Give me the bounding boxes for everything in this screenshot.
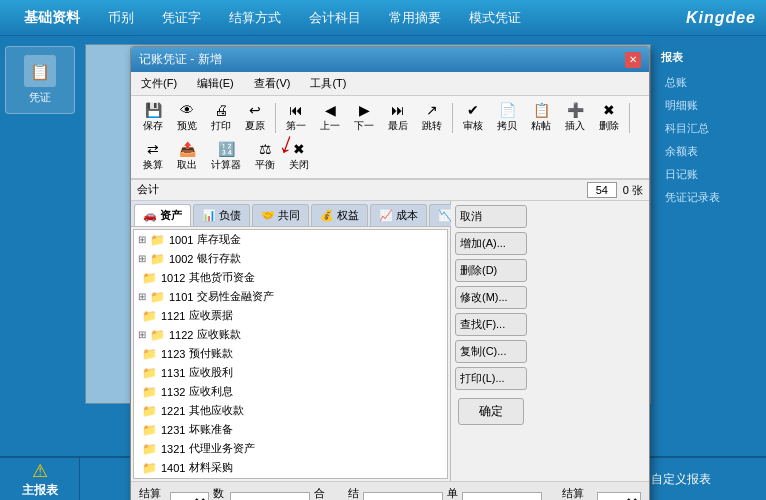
tree-row[interactable]: 📁 1121 应收票据 [134,306,447,325]
tree-row[interactable]: 📁 1131 应收股利 [134,363,447,382]
menu-jiesuan[interactable]: 结算方式 [215,5,295,31]
toolbar-save[interactable]: 💾 保存 [137,99,169,136]
sidebar-voucher-btn[interactable]: 📋 凭证 [5,46,75,114]
right-report-panel: 报表 总账 明细账 科目汇总 余额表 日记账 凭证记录表 [656,36,766,456]
menu-pzhengzi[interactable]: 凭证字 [148,5,215,31]
shuliang-input[interactable] [230,492,310,500]
folder-icon: 📁 [142,347,157,361]
toolbar-preview[interactable]: 👁 预览 [171,99,203,136]
btn-modify[interactable]: 修改(M)... [455,286,527,309]
audit-icon: ✔ [467,102,479,118]
toolbar-calculator[interactable]: 🔢 计算器 [205,138,247,175]
report-link-1[interactable]: 明细账 [661,96,761,115]
cat-tab-liabilities[interactable]: 📊 负债 [193,204,250,226]
tree-row[interactable]: 📁 1221 其他应收款 [134,401,447,420]
num-display-2: 0 张 [623,183,643,198]
export-icon: 📤 [179,141,196,157]
report-link-5[interactable]: 凭证记录表 [661,188,761,207]
cat-tab-equity[interactable]: 💰 权益 [311,204,368,226]
btn-print[interactable]: 打印(L)... [455,367,527,390]
report-link-4[interactable]: 日记账 [661,165,761,184]
calculator-icon: 🔢 [218,141,235,157]
cat-tab-cost[interactable]: 📈 成本 [370,204,427,226]
first-icon: ⏮ [289,102,303,118]
tree-row[interactable]: ⊞ 📁 1001 库存现金 [134,230,447,249]
tree-row[interactable]: 📁 1231 坏账准备 [134,420,447,439]
tree-row[interactable]: 📁 1402 在途物资 [134,477,447,479]
menu-kuaiji[interactable]: 会计科目 [295,5,375,31]
left-sidebar: 📋 凭证 [0,36,80,456]
menu-edit[interactable]: 编辑(E) [193,74,238,93]
tree-toggle: ⊞ [138,291,146,302]
menu-bibie[interactable]: 币别 [94,5,148,31]
warning-icon: ⚠ [32,460,48,482]
account-name: 坏账准备 [189,422,233,437]
toolbar-insert[interactable]: ➕ 插入 [559,99,591,136]
toolbar-sep-2 [452,103,453,133]
menu-jichu[interactable]: 基础资料 [10,5,94,31]
modal-close-button[interactable]: ✕ [625,52,641,68]
toolbar-audit[interactable]: ✔ 审核 [457,99,489,136]
toolbar-paste[interactable]: 📋 粘帖 [525,99,557,136]
cat-tab-common[interactable]: 🤝 共同 [252,204,309,226]
btn-cancel[interactable]: 取消 [455,205,527,228]
report-link-3[interactable]: 余额表 [661,142,761,161]
toolbar-restore[interactable]: ↩ 夏原 [239,99,271,136]
account-code: 1002 [169,253,193,265]
btn-copy[interactable]: 复制(C)... [455,340,527,363]
tree-row[interactable]: ⊞ 📁 1122 应收账款 [134,325,447,344]
toolbar-convert[interactable]: ⇄ 换算 [137,138,169,175]
toolbar-print[interactable]: 🖨 打印 [205,99,237,136]
account-section-header: 会计 54 0 张 [131,180,649,201]
jiehao-input[interactable] [363,492,443,500]
tree-row[interactable]: ⊞ 📁 1002 银行存款 [134,249,447,268]
main-report-label: 主报表 [22,482,58,499]
paste-icon: 📋 [533,102,550,118]
report-link-2[interactable]: 科目汇总 [661,119,761,138]
tree-row[interactable]: 📁 1012 其他货币资金 [134,268,447,287]
jiesuan-select[interactable] [170,492,208,500]
tree-row[interactable]: 📁 1123 预付账款 [134,344,447,363]
menu-moshi[interactable]: 模式凭证 [455,5,535,31]
danjia-input[interactable] [462,492,542,500]
account-code: 1231 [161,424,185,436]
report-link-0[interactable]: 总账 [661,73,761,92]
tree-row[interactable]: 📁 1132 应收利息 [134,382,447,401]
toolbar-export[interactable]: 📤 取出 [171,138,203,175]
tree-row[interactable]: ⊞ 📁 1101 交易性金融资产 [134,287,447,306]
btn-add[interactable]: 增加(A)... [455,232,527,255]
menu-file[interactable]: 文件(F) [137,74,181,93]
tree-row[interactable]: 📁 1321 代理业务资产 [134,439,447,458]
folder-icon: 📁 [150,328,165,342]
menu-view[interactable]: 查看(V) [250,74,295,93]
jump-icon: ↗ [426,102,438,118]
center-area: 凭证 ↓ 记账凭证 - 新增 ✕ 文件(F) 编辑(E) 查看(V) 工具(T)… [80,36,656,456]
next-icon: ▶ [359,102,370,118]
toolbar-next[interactable]: ▶ 下一 [348,99,380,136]
menu-tools[interactable]: 工具(T) [306,74,350,93]
btn-find[interactable]: 查找(F)... [455,313,527,336]
menu-changyong[interactable]: 常用摘要 [375,5,455,31]
account-tree[interactable]: ⊞ 📁 1001 库存现金 ⊞ 📁 1002 银行存款 📁 1012 其他货币资… [133,229,448,479]
jiedate-select[interactable] [597,492,641,500]
last-icon: ⏭ [391,102,405,118]
toolbar-delete[interactable]: ✖ 删除 [593,99,625,136]
account-name: 应收股利 [189,365,233,380]
toolbar-prev[interactable]: ◀ 上一 [314,99,346,136]
footer-jiehao: 结号 单价 [348,486,542,500]
toolbar-last[interactable]: ⏭ 最后 [382,99,414,136]
tree-row[interactable]: 📁 1401 材料采购 [134,458,447,477]
toolbar-jump[interactable]: ↗ 跳转 [416,99,448,136]
account-name: 代理业务资产 [189,441,255,456]
account-modal: 记账凭证 - 新增 ✕ 文件(F) 编辑(E) 查看(V) 工具(T) 💾 保存… [130,46,650,500]
confirm-button[interactable]: 确定 [458,398,524,425]
account-code: 1131 [161,367,185,379]
footer-jiesuan: 结算方式 数量 合计 [139,486,328,500]
toolbar-copy[interactable]: 📄 拷贝 [491,99,523,136]
cat-tab-assets[interactable]: 🚗 资产 [134,204,191,226]
delete-icon: ✖ [603,102,615,118]
tree-toggle: ⊞ [138,329,146,340]
btn-del[interactable]: 删除(D) [455,259,527,282]
account-name: 其他货币资金 [189,270,255,285]
account-code: 1001 [169,234,193,246]
